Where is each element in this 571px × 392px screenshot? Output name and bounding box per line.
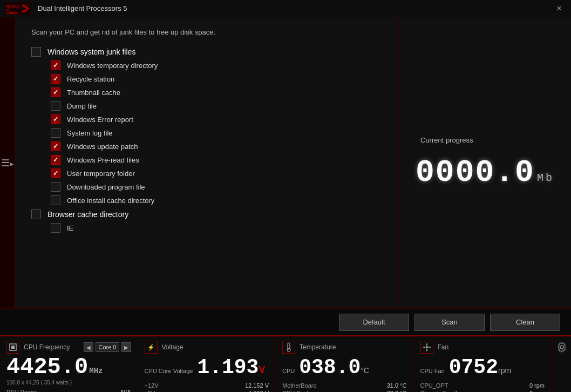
dump-file-checkbox[interactable]	[51, 101, 60, 111]
downloaded-program-file-checkbox[interactable]	[51, 182, 60, 192]
windows-error-report-checkbox[interactable]	[51, 114, 60, 124]
voltage-label: Voltage	[162, 343, 183, 351]
chassis-fan1-label: Chassis Fan 1	[420, 390, 458, 392]
fan-data-rows: CPU_OPT 0 rpm Chassis Fan 1 0 rpm Chassi…	[420, 382, 545, 392]
downloaded-program-file-row[interactable]: Downloaded program file	[51, 182, 388, 192]
cpu-temp-unit: °C	[361, 366, 369, 375]
cpu-package-temp-label: CPU Package	[282, 390, 320, 392]
windows-system-label: Windows system junk files	[47, 48, 135, 56]
office-install-cache-checkbox[interactable]	[51, 195, 60, 205]
system-log-file-checkbox[interactable]	[51, 128, 60, 138]
cpu-header: CPU Frequency ◀ Core 0 ▶	[6, 341, 131, 354]
browser-cache-checkbox[interactable]	[31, 209, 41, 219]
cpu-sub-info: 100.0 x 44,25 ( 35.4 watts )	[6, 380, 131, 386]
cpu-core-voltage-value: 1.193	[197, 356, 259, 379]
settings-icon[interactable]	[556, 342, 567, 353]
cpu-frequency-value: 4425.0MHz	[6, 356, 131, 379]
sidebar-toggle-button[interactable]: ☰ ▶	[0, 17, 15, 308]
arrow-right-icon: ▶	[10, 161, 14, 167]
user-temp-folder-row[interactable]: User temporary folder	[51, 168, 388, 178]
recycle-station-checkbox[interactable]	[51, 74, 60, 84]
svg-text:OF: OF	[6, 9, 10, 11]
ie-row[interactable]: IE	[51, 223, 388, 233]
user-temp-folder-label: User temporary folder	[67, 170, 135, 178]
thumbnail-cache-label: Thumbnail cache	[67, 89, 120, 97]
cpu-nav-left[interactable]: ◀	[84, 342, 93, 352]
voltage-5v-value: 4.960 V	[248, 390, 269, 392]
core-name: Core 0	[98, 344, 116, 350]
motherboard-temp-value: 31.0 °C	[387, 382, 407, 389]
system-log-file-row[interactable]: System log file	[51, 128, 388, 138]
cpu-core-voltage-label: CPU Core Voltage	[145, 368, 193, 374]
app-title: Dual Intelligent Processors 5	[38, 4, 553, 12]
downloaded-program-file-label: Downloaded program file	[67, 183, 145, 191]
cpu-icon	[6, 341, 19, 354]
cpu-core-voltage-unit: V	[259, 364, 265, 376]
windows-system-checkbox[interactable]	[31, 47, 41, 57]
voltage-data-rows: +12V 12.152 V +5V 4.960 V +3.3V 3.328 V …	[145, 382, 269, 392]
windows-error-report-row[interactable]: Windows Error report	[51, 114, 388, 124]
voltage-main-display: CPU Core Voltage 1.193 V	[145, 356, 269, 379]
close-button[interactable]: ×	[553, 2, 566, 15]
browser-cache-label: Browser cache directory	[47, 210, 128, 219]
svg-point-11	[560, 346, 563, 349]
windows-pre-read-checkbox[interactable]	[51, 155, 60, 165]
voltage-icon: ⚡	[145, 341, 158, 354]
thumbnail-cache-row[interactable]: Thumbnail cache	[51, 87, 388, 97]
browser-cache-checkbox-row[interactable]: Browser cache directory	[31, 209, 388, 219]
progress-unit: Mb	[537, 172, 554, 184]
windows-system-group: Windows system junk files Windows tempor…	[31, 47, 388, 205]
action-bar: Default Scan Clean	[0, 308, 571, 335]
windows-update-patch-row[interactable]: Windows update patch	[51, 141, 388, 151]
cpu-nav-right[interactable]: ▶	[121, 342, 131, 352]
windows-update-patch-checkbox[interactable]	[51, 141, 60, 151]
voltage-header: ⚡ Voltage	[145, 341, 269, 354]
user-temp-folder-checkbox[interactable]	[51, 168, 60, 178]
scan-button[interactable]: Scan	[414, 314, 485, 331]
clean-button[interactable]: Clean	[490, 314, 560, 331]
temperature-label: Temperature	[300, 343, 336, 351]
cpu-temp-value: 038.0	[299, 356, 361, 379]
titlebar: REPUBLIC OF GAMERS Dual Intelligent Proc…	[0, 0, 571, 17]
ie-checkbox[interactable]	[51, 223, 60, 233]
fan-section: Fan CPU Fan 0752 rpm CPU_OPT 0 rpm Chass…	[414, 336, 552, 392]
windows-pre-read-row[interactable]: Windows Pre-read files	[51, 155, 388, 165]
windows-temp-dir-row[interactable]: Windows temporary directory	[51, 60, 388, 70]
voltage-12v-label: +12V	[145, 382, 159, 389]
cpu-value-number: 4425.0	[6, 354, 88, 380]
voltage-row-5v: +5V 4.960 V	[145, 390, 269, 392]
dump-file-row[interactable]: Dump file	[51, 101, 388, 111]
progress-panel: Current progress 0000.0 Mb	[398, 17, 571, 308]
page-subtitle: Scan your PC and get rid of junk files t…	[31, 28, 388, 36]
progress-value: 0000.0	[416, 155, 535, 190]
monitor-bar: CPU Frequency ◀ Core 0 ▶ 4425.0MHz 100.0…	[0, 335, 571, 392]
windows-temp-dir-checkbox[interactable]	[51, 60, 60, 70]
cpu-opt-label: CPU_OPT	[420, 382, 448, 389]
windows-temp-dir-label: Windows temporary directory	[67, 62, 158, 70]
svg-point-10	[426, 346, 428, 348]
office-install-cache-label: Office install cache directory	[67, 197, 154, 205]
system-log-file-label: System log file	[67, 129, 113, 137]
cpu-opt-row: CPU_OPT 0 rpm	[420, 382, 545, 389]
cpu-fan-label: CPU Fan	[420, 368, 445, 374]
windows-system-checkbox-row[interactable]: Windows system junk files	[31, 47, 388, 57]
ie-label: IE	[67, 224, 73, 232]
content-area: Scan your PC and get rid of junk files t…	[15, 17, 398, 308]
recycle-station-row[interactable]: Recycle station	[51, 74, 388, 84]
progress-display: 0000.0 Mb	[416, 155, 554, 190]
browser-cache-group: Browser cache directory IE	[31, 209, 388, 233]
cpu-frequency-label: CPU Frequency	[24, 343, 70, 351]
windows-pre-read-label: Windows Pre-read files	[67, 156, 139, 164]
chassis-fan1-value: 0 rpm	[529, 390, 545, 392]
psu-power-label: PSU Power	[6, 389, 37, 392]
settings-area	[552, 336, 571, 392]
cpu-core-label: Core 0	[96, 342, 119, 352]
thumbnail-cache-checkbox[interactable]	[51, 87, 60, 97]
app-logo: REPUBLIC OF GAMERS	[5, 2, 31, 15]
default-button[interactable]: Default	[339, 314, 409, 331]
cpu-data-rows: PSU Power N/A	[6, 389, 131, 392]
svg-rect-6	[11, 346, 15, 349]
office-install-cache-row[interactable]: Office install cache directory	[51, 195, 388, 205]
svg-text:GAMERS: GAMERS	[6, 12, 18, 15]
cpu-frequency-section: CPU Frequency ◀ Core 0 ▶ 4425.0MHz 100.0…	[0, 336, 138, 392]
